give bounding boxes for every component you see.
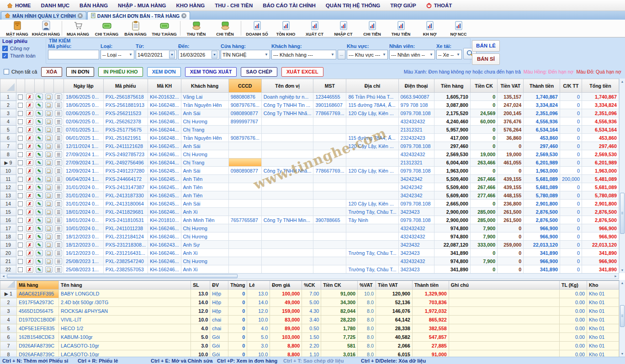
cell[interactable]: 18/01/2024 0... [64,208,103,216]
edit-row-icon[interactable]: ✎ [34,232,44,241]
row-number[interactable]: 18 [0,232,16,241]
row-number[interactable]: 4 [0,316,17,324]
row-select-checkbox[interactable] [16,200,25,208]
row-number[interactable]: 5 [0,126,16,134]
cell[interactable]: 0 [228,290,247,298]
cell[interactable]: 2,901,800 [524,200,560,208]
cell[interactable] [313,158,346,167]
cell[interactable]: 3,016 [321,350,358,357]
cell[interactable] [261,191,313,200]
column-header-5[interactable]: Tên đơn vị [261,79,313,93]
cell[interactable]: 0 [228,342,247,350]
cell[interactable] [313,265,346,274]
cell[interactable]: 8.0 [358,350,376,357]
cell[interactable]: VIVIL-LÍT [58,316,191,324]
cell[interactable]: KH-166244... [148,158,181,167]
cell[interactable]: KH-166248... [148,134,181,142]
cell[interactable]: KH-166245... [148,183,181,191]
row-select-checkbox[interactable] [16,224,25,232]
cell[interactable]: 0 [470,101,498,109]
cell[interactable]: Công Ty TNHH Nhã... [261,109,313,117]
cell[interactable]: PXL-251621951 [103,134,148,142]
cell[interactable] [228,126,261,134]
cell[interactable]: Trường Tây, Châu T... [346,265,398,274]
cell[interactable]: 21312321 [398,126,434,134]
row-number[interactable]: 8 [0,350,17,357]
cell[interactable]: 0 [560,265,582,274]
delete-row-icon[interactable]: ✗ [25,216,35,224]
cell[interactable]: 0 [470,265,498,274]
checkbox-icon[interactable]: ✓ [2,46,8,51]
cell[interactable]: Anh Sự [181,241,228,249]
row-number[interactable]: 3 [0,307,17,316]
cell[interactable]: Chị Hương [181,117,228,126]
cell[interactable] [313,175,346,183]
cell[interactable]: 966,900 [524,257,560,265]
row-select-checkbox[interactable] [16,257,25,265]
cell[interactable]: 0 [560,200,582,208]
tab-1[interactable]: MÀN HÌNH QUẢN LÝ CHÍNH✕ [1,11,86,20]
cell[interactable]: Anh Tiên [181,191,228,200]
edit-row-icon[interactable]: ✎ [34,265,44,274]
row-select-checkbox[interactable] [16,101,25,109]
cell[interactable]: 120,900 [376,290,412,298]
edit-row-icon[interactable]: ✎ [34,241,44,249]
cell[interactable]: 285,000 [470,216,498,224]
view-row-icon[interactable]: ☰ [53,142,64,150]
cell[interactable]: 52,136 [376,298,412,307]
cell[interactable]: 8.0 [358,342,376,350]
edit-row-icon[interactable]: ✎ [34,158,44,167]
cell[interactable] [261,134,313,142]
column-header-3[interactable]: Khách hàng [181,79,228,93]
cell[interactable] [346,257,398,265]
cell[interactable]: 159,000 [270,307,302,316]
cell[interactable]: 2,876,500 [524,216,560,224]
cell[interactable]: KH-166244... [148,126,181,134]
cell[interactable]: 865,922 [412,316,449,324]
delete-row-icon[interactable]: ✗ [25,134,35,142]
cell[interactable]: 34,300 [321,298,358,307]
cell[interactable] [346,191,398,200]
cell[interactable]: PXS-244664172 [103,175,148,183]
cell[interactable]: 31/01/2024 0... [64,191,103,200]
cell[interactable]: 1,605,710 [434,93,470,101]
row-number[interactable]: 17 [0,224,16,232]
cell[interactable]: 18/06/2025 0... [64,93,103,101]
cell[interactable]: 979 708 108 [398,101,434,109]
toolbar-thu-t-h-ng[interactable]: THU T.HÀNG [150,20,179,37]
cell[interactable]: 0 [498,265,524,274]
cell[interactable]: Kho 01 [587,298,619,307]
cell[interactable]: Chị Hương [181,150,228,158]
cell[interactable]: 34242342 [398,175,434,183]
cell[interactable]: 0.00 [560,324,587,333]
cell[interactable]: 966,900 [582,232,619,241]
cell[interactable] [261,150,313,158]
tu-date[interactable]: 14/02/2021▼ [136,50,177,59]
row-select-checkbox[interactable] [16,208,25,216]
cell[interactable] [449,342,559,350]
cell[interactable]: 3901168607 [313,101,346,109]
cell[interactable]: 2,900,000 [434,216,470,224]
copy-row-icon[interactable]: ❏ [44,257,53,265]
column-header-1[interactable]: Mã phiếu [103,79,148,93]
cell[interactable]: Anh Minh Tiên [181,216,228,224]
cell[interactable]: 135,157 [498,93,524,101]
cell[interactable]: 0663.940087 [398,93,434,101]
cell[interactable]: 581 [321,342,358,350]
scroll-down-icon[interactable]: ▼ [620,351,625,357]
cell[interactable]: 261,500 [498,208,524,216]
cell[interactable] [261,200,313,208]
delete-row-icon[interactable]: ✗ [25,265,35,274]
sao-ch-p-button[interactable]: SAO CHÉP [241,67,277,77]
cell[interactable] [228,224,261,232]
view-row-icon[interactable]: ☰ [53,175,64,183]
row-select-checkbox[interactable] [16,158,25,167]
cell[interactable]: LACASOTO-10gr [58,350,191,357]
row-select-checkbox[interactable] [16,265,25,274]
cell[interactable]: 0 [560,126,582,134]
cell[interactable]: 5,780,089 [582,191,619,200]
cell[interactable] [228,142,261,150]
cell[interactable]: 453,860 [524,134,560,142]
cell[interactable]: 0.00 [560,350,587,357]
cell[interactable]: 341,890 [524,265,560,274]
